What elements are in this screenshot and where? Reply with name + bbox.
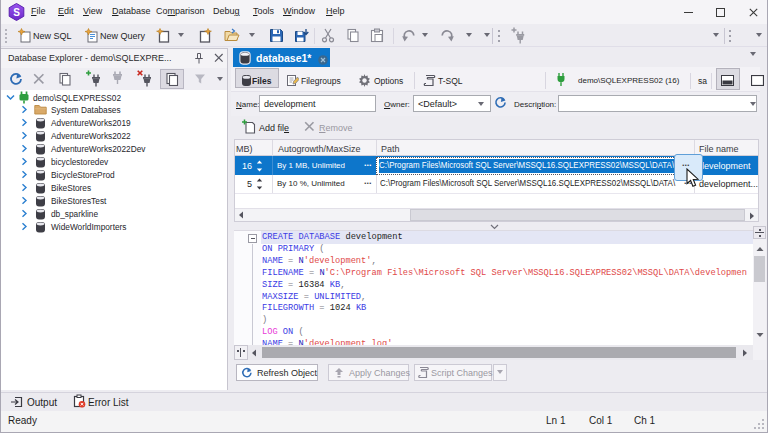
svg-text:S: S (13, 7, 20, 18)
